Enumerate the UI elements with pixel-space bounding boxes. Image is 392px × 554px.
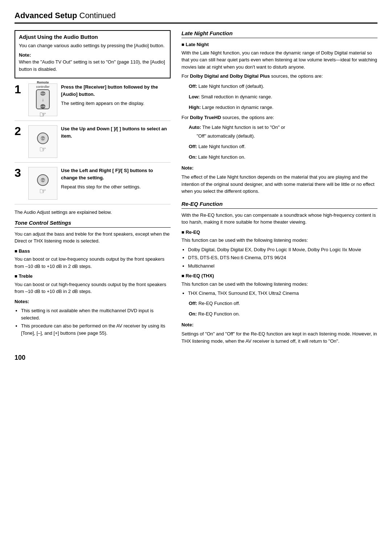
re-eq-label: Re-EQ	[181, 229, 377, 236]
page-header: Advanced Setup Continued	[15, 11, 377, 24]
step-3-number: 3	[15, 167, 25, 200]
re-eq-mode-3: Multichannel	[188, 262, 377, 270]
re-eq-note-label: Note:	[181, 322, 193, 327]
page-number: 100	[15, 354, 377, 362]
late-night-label: Late Night	[181, 41, 377, 48]
audio-adjust-note: The Audio Adjust settings are explained …	[15, 209, 171, 216]
tone-control-title: Tone Control Settings	[15, 220, 171, 228]
dolby-digital-options: Off: Late Night function off (default). …	[181, 82, 377, 112]
tone-control-section: Tone Control Settings You can adjust the…	[15, 220, 171, 337]
adjust-audio-intro: You can change various audio settings by…	[19, 42, 166, 49]
step-1-number: 1	[15, 83, 25, 116]
re-eq-thx-intro: This function can be used with the follo…	[181, 281, 377, 288]
late-night-section: Late Night Function Late Night With the …	[181, 30, 377, 195]
bass-heading: Bass	[15, 248, 171, 255]
re-eq-section: Re-EQ Function With the Re-EQ function, …	[181, 201, 377, 345]
late-night-note-label: Note:	[181, 165, 193, 171]
treble-heading: Treble	[15, 273, 171, 280]
re-eq-thx-mode-1: THX Cinema, THX Surround EX, THX Ultra2 …	[188, 290, 377, 297]
step-2-row: 2 Ent ☞ Use the Up and Down [ ]/[ ] butt…	[15, 125, 171, 163]
re-eq-modes-intro: This function can be used with the follo…	[181, 237, 377, 244]
step-2-content: Use the Up and Down [ ]/[ ] buttons to s…	[61, 125, 171, 158]
step-1-image: Remote controller Rcvr ↓ Audio ☞	[28, 83, 57, 116]
note-label: Note:	[19, 52, 31, 58]
bass-text: You can boost or cut low-frequency sound…	[15, 256, 171, 270]
step-3-content: Use the Left and Right [ F]/[ S] buttons…	[61, 167, 171, 200]
late-night-intro: With the Late Night function, you can re…	[181, 49, 377, 71]
step-1-instruction-bold: Press the [Receiver] button followed by …	[61, 84, 158, 97]
step-1-instruction-normal: The setting item appears on the display.	[61, 100, 171, 107]
step-2-number: 2	[15, 125, 25, 158]
re-eq-thx-options: Off: Re-EQ Function off. On: Re-EQ Funct…	[181, 299, 377, 318]
step-3-image: Ent ☞	[28, 167, 57, 200]
tone-control-intro: You can adjust the bass and treble for t…	[15, 231, 171, 245]
adjust-audio-box: Adjust Using the Audio Button You can ch…	[15, 30, 171, 78]
tone-notes-label: Notes:	[15, 299, 29, 304]
page-title: Advanced Setup Continued	[15, 11, 377, 20]
step-1-content: Press the [Receiver] button followed by …	[61, 83, 171, 116]
re-eq-modes-list: Dolby Digital, Dolby Digital EX, Dolby P…	[181, 246, 377, 270]
re-eq-thx-modes-list: THX Cinema, THX Surround EX, THX Ultra2 …	[181, 290, 377, 297]
adjust-audio-title: Adjust Using the Audio Button	[19, 34, 166, 40]
dolby-truehd-options: Auto: The Late Night function is set to …	[181, 123, 377, 162]
step-3-row: 3 Ent ☞ Use the Left and Right [ F]/[ S]…	[15, 167, 171, 204]
note-text: When the "Audio TV Out" setting is set t…	[19, 59, 165, 72]
tone-note-1: This setting is not available when the m…	[21, 307, 171, 321]
step-1-row: 1 Remote controller Rcvr ↓ Audio ☞ Press…	[15, 83, 171, 121]
dolby-digital-intro: For Dolby Digital and Dolby Digital Plus…	[181, 73, 377, 80]
right-column: Late Night Function Late Night With the …	[181, 30, 377, 347]
re-eq-mode-2: DTS, DTS-ES, DTS Neo:6 Cinema, DTS 96/24	[188, 254, 377, 261]
re-eq-intro: With the Re-EQ function, you can compens…	[181, 212, 377, 226]
tone-notes-list: This setting is not available when the m…	[15, 307, 171, 337]
re-eq-note-text: Settings of "On" and "Off" for the Re-EQ…	[181, 330, 377, 345]
re-eq-title: Re-EQ Function	[181, 201, 377, 209]
late-night-note-text: The effect of the Late Night function de…	[181, 174, 377, 195]
left-column: Adjust Using the Audio Button You can ch…	[15, 30, 171, 347]
re-eq-mode-1: Dolby Digital, Dolby Digital EX, Dolby P…	[188, 246, 377, 253]
treble-text: You can boost or cut high-frequency soun…	[15, 281, 171, 295]
dolby-truehd-intro: For Dolby TrueHD sources, the options ar…	[181, 114, 377, 121]
tone-note-2: This procedure can also be performed on …	[21, 322, 171, 337]
re-eq-thx-label: Re-EQ (THX)	[181, 272, 377, 280]
step-2-image: Ent ☞	[28, 125, 57, 158]
step-2-instruction-bold: Use the Up and Down [ ]/[ ] buttons to s…	[61, 126, 167, 139]
late-night-title: Late Night Function	[181, 30, 377, 38]
step-3-instruction-normal: Repeat this step for the other settings.	[61, 183, 171, 191]
step-3-instruction-bold: Use the Left and Right [ F]/[ S] buttons…	[61, 168, 153, 180]
